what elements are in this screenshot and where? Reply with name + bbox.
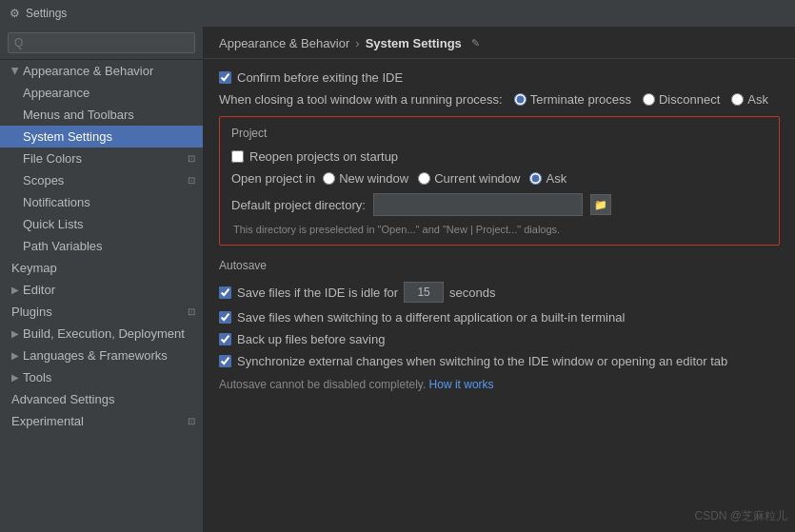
sidebar-item-label: Path Variables: [23, 239, 103, 253]
chevron-icon: ▶: [11, 372, 19, 383]
content-header: Appearance & Behavior › System Settings …: [204, 27, 795, 59]
project-section: Project Reopen projects on startup Open …: [219, 116, 780, 246]
sync-external-label: Synchronize external changes when switch…: [237, 354, 727, 368]
current-window-option[interactable]: Current window: [418, 171, 520, 186]
sidebar-item-plugins[interactable]: Plugins ⊡: [0, 301, 203, 323]
sidebar-item-label: Quick Lists: [23, 217, 84, 231]
open-project-in-label: Open project in: [231, 171, 315, 186]
confirm-exit-label: Confirm before exiting the IDE: [237, 70, 403, 85]
sidebar-item-label: Notifications: [23, 195, 90, 209]
sidebar-item-label: Tools: [23, 370, 51, 384]
terminate-process-option[interactable]: Terminate process: [514, 92, 631, 107]
new-window-option[interactable]: New window: [323, 171, 408, 186]
settings-icon: ⚙: [10, 7, 20, 20]
sidebar-item-label: Editor: [23, 283, 55, 297]
seconds-label: seconds: [449, 286, 495, 300]
sidebar-item-scopes[interactable]: Scopes ⊡: [0, 169, 203, 191]
sidebar-item-label: Languages & Frameworks: [23, 348, 168, 363]
sidebar-item-quick-lists[interactable]: Quick Lists: [0, 213, 203, 235]
sidebar-item-label: Appearance: [23, 86, 89, 100]
save-switching-label: Save files when switching to a different…: [237, 310, 625, 325]
ask-open-option[interactable]: Ask: [529, 171, 566, 186]
ask-close-option[interactable]: Ask: [731, 92, 768, 107]
chevron-icon: ▶: [11, 350, 19, 361]
ask-open-label: Ask: [546, 171, 566, 186]
sidebar-item-editor[interactable]: ▶ Editor: [0, 279, 203, 301]
sidebar-item-tools[interactable]: ▶ Tools: [0, 366, 203, 388]
chevron-icon: ▶: [11, 328, 19, 339]
sidebar-item-label: Menus and Toolbars: [23, 108, 134, 122]
sidebar-item-path-variables[interactable]: Path Variables: [0, 235, 203, 257]
autosave-section-title: Autosave: [219, 259, 780, 272]
sidebar-item-label: Plugins: [11, 305, 52, 319]
save-idle-checkbox[interactable]: [219, 286, 231, 299]
how-it-works-link[interactable]: How it works: [429, 378, 494, 391]
reopen-projects-row: Reopen projects on startup: [231, 149, 767, 164]
close-tool-label: When closing a tool window with a runnin…: [219, 92, 503, 107]
ask-open-radio[interactable]: [529, 172, 542, 185]
breadcrumb-1: Appearance & Behavior: [219, 36, 349, 50]
browse-folder-button[interactable]: 📁: [590, 194, 611, 215]
main-container: ▶ Appearance & Behavior Appearance Menus…: [0, 27, 795, 532]
sidebar-item-file-colors[interactable]: File Colors ⊡: [0, 148, 203, 169]
project-section-title: Project: [231, 127, 767, 140]
sidebar-item-label: Keymap: [11, 261, 57, 275]
sidebar-item-label: Scopes: [23, 173, 64, 187]
default-dir-label: Default project directory:: [231, 198, 366, 212]
experimental-badge: ⊡: [188, 416, 195, 426]
autosave-note-row: Autosave cannot be disabled completely. …: [219, 378, 780, 391]
confirm-exit-row: Confirm before exiting the IDE: [219, 70, 780, 85]
current-window-label: Current window: [434, 171, 520, 186]
default-dir-input[interactable]: [373, 193, 583, 216]
backup-row: Back up files before saving: [219, 332, 780, 346]
sidebar-item-notifications[interactable]: Notifications: [0, 191, 203, 213]
save-switching-checkbox[interactable]: [219, 311, 231, 324]
sidebar-item-label: File Colors: [23, 151, 82, 166]
sidebar-item-keymap[interactable]: Keymap: [0, 257, 203, 279]
sidebar-item-system-settings[interactable]: System Settings: [0, 126, 203, 148]
confirm-exit-checkbox[interactable]: [219, 71, 231, 84]
new-window-label: New window: [339, 171, 408, 186]
sidebar-item-appearance-behavior[interactable]: ▶ Appearance & Behavior: [0, 60, 203, 82]
open-project-in-row: Open project in New window Current windo…: [231, 171, 767, 186]
edit-icon[interactable]: ✎: [471, 37, 480, 49]
titlebar: ⚙ Settings: [0, 0, 795, 27]
watermark: CSDN @芝麻粒儿: [694, 508, 787, 524]
save-idle-label: Save files if the IDE is idle for: [237, 286, 398, 300]
scopes-badge: ⊡: [188, 175, 195, 186]
sidebar-item-label: Experimental: [11, 414, 84, 428]
disconnect-option[interactable]: Disconnect: [643, 92, 720, 107]
dir-hint: This directory is preselected in "Open..…: [233, 224, 767, 235]
current-window-radio[interactable]: [418, 172, 430, 185]
sidebar-item-experimental[interactable]: Experimental ⊡: [0, 410, 203, 432]
breadcrumb-2: System Settings: [366, 36, 462, 50]
save-switching-row: Save files when switching to a different…: [219, 310, 780, 325]
disconnect-radio[interactable]: [643, 93, 655, 106]
reopen-projects-label: Reopen projects on startup: [249, 149, 398, 164]
sidebar-item-build-exec-deploy[interactable]: ▶ Build, Execution, Deployment: [0, 323, 203, 345]
save-idle-row: Save files if the IDE is idle for second…: [219, 282, 780, 303]
sync-external-checkbox[interactable]: [219, 355, 231, 367]
titlebar-title: Settings: [26, 7, 67, 20]
reopen-projects-checkbox[interactable]: [231, 150, 244, 163]
search-box[interactable]: [0, 27, 203, 60]
search-input[interactable]: [8, 32, 195, 53]
chevron-icon: ▶: [10, 68, 21, 75]
terminate-radio[interactable]: [514, 93, 527, 106]
default-dir-row: Default project directory: 📁: [231, 193, 767, 216]
new-window-radio[interactable]: [323, 172, 335, 185]
ask-close-label: Ask: [747, 92, 768, 107]
close-tool-window-row: When closing a tool window with a runnin…: [219, 92, 780, 107]
file-colors-badge: ⊡: [188, 153, 195, 164]
ask-close-radio[interactable]: [731, 93, 744, 106]
breadcrumb-separator: ›: [355, 36, 359, 50]
sidebar-item-advanced-settings[interactable]: Advanced Settings: [0, 388, 203, 410]
backup-checkbox[interactable]: [219, 333, 231, 345]
sidebar-item-languages-frameworks[interactable]: ▶ Languages & Frameworks: [0, 345, 203, 366]
idle-seconds-input[interactable]: [404, 282, 444, 303]
content-area: Appearance & Behavior › System Settings …: [204, 27, 795, 532]
plugins-badge: ⊡: [188, 306, 195, 317]
sidebar-item-menus-toolbars[interactable]: Menus and Toolbars: [0, 104, 203, 126]
backup-label: Back up files before saving: [237, 332, 385, 346]
sidebar-item-appearance[interactable]: Appearance: [0, 82, 203, 104]
